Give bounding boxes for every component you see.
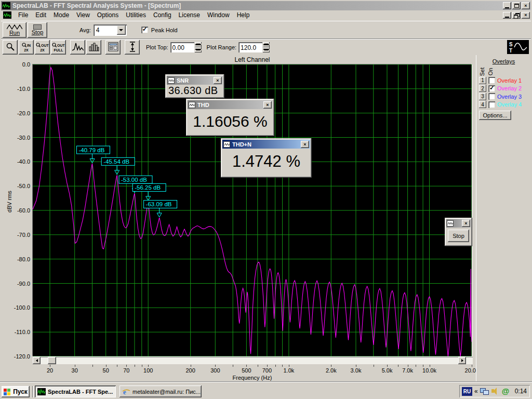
y-tick-label: -90.0 — [8, 281, 30, 287]
x-tick-mark — [246, 365, 247, 367]
zoom-in-2x-button[interactable]: IN2X — [19, 40, 34, 55]
transport-toolbar: Run Stop Avg: 4 Peak Hold — [1, 21, 531, 38]
x-tick-label: 1.0k — [277, 367, 300, 374]
peak-hold-label: Peak Hold — [151, 27, 178, 33]
x-tick-mark — [398, 365, 398, 367]
snr-window: SNR × 36.630 dB — [165, 74, 224, 98]
overlay-on-checkbox-1[interactable] — [488, 77, 495, 84]
network-icon[interactable] — [480, 387, 489, 395]
zoom-tool-button[interactable] — [3, 40, 18, 55]
svg-text:-53.00 dB: -53.00 dB — [121, 177, 147, 183]
thdn-titlebar[interactable]: THD+N × — [222, 140, 310, 149]
close-button[interactable]: × — [522, 2, 530, 9]
stop-capture-button[interactable]: Stop — [448, 230, 469, 242]
thdn-value: 1.4742 % — [222, 149, 310, 175]
scroll-track[interactable] — [41, 357, 473, 364]
avg-dropdown-button[interactable] — [117, 25, 126, 35]
x-tick-label: 100 — [137, 367, 159, 374]
scroll-thumb[interactable] — [48, 357, 56, 364]
start-button[interactable]: Пуск — [2, 386, 30, 397]
svg-text:e: e — [123, 388, 126, 395]
scroll-left-button[interactable] — [33, 357, 41, 364]
autoscale-vertical-button[interactable] — [125, 40, 140, 55]
overlay-set-button-4[interactable]: 4 — [479, 101, 486, 108]
overlays-title: Overlays — [476, 58, 531, 64]
x-tick-label: 500 — [235, 367, 258, 374]
snr-titlebar[interactable]: SNR × — [167, 76, 223, 85]
scroll-right-button[interactable] — [458, 357, 466, 364]
plot-top-spinner[interactable] — [195, 42, 202, 52]
zoom-tool-icon — [6, 42, 15, 52]
display-options-button[interactable] — [105, 40, 121, 55]
magnifier-icon — [36, 42, 41, 48]
spectrum-child-icon[interactable] — [3, 11, 11, 19]
menu-item-config[interactable]: Config — [150, 10, 175, 20]
x-tick-mark — [142, 365, 142, 367]
menu-item-window[interactable]: Window — [204, 10, 233, 20]
x-tick-mark — [423, 365, 423, 367]
y-tick-label: -10.0 — [8, 86, 30, 92]
svg-text:-40.79 dB: -40.79 dB — [79, 147, 105, 153]
overlay-on-checkbox-3[interactable] — [488, 93, 495, 100]
stop-window-close-button[interactable]: × — [462, 220, 470, 227]
avg-combobox[interactable]: 4 — [94, 24, 127, 36]
x-tick-label: 2.0k — [320, 367, 342, 374]
peak-hold-checkbox[interactable] — [141, 26, 148, 33]
menu-item-utilities[interactable]: Utilities — [122, 10, 150, 20]
child-minimize-button[interactable] — [503, 12, 511, 19]
thd-titlebar[interactable]: THD × — [188, 100, 273, 109]
x-tick-label: 20 — [38, 367, 61, 374]
run-button[interactable]: Run — [3, 22, 26, 38]
child-close-button[interactable]: × — [522, 12, 530, 19]
dialup-at-icon[interactable]: @ — [502, 387, 511, 395]
snr-value: 36.630 dB — [167, 85, 223, 97]
plot-range-spinner[interactable] — [263, 42, 270, 52]
overlay-set-button-2[interactable]: 2 — [479, 85, 486, 92]
language-indicator[interactable]: RU — [462, 387, 472, 396]
minimize-button[interactable] — [503, 2, 511, 9]
plot-horizontal-scrollbar[interactable] — [33, 357, 473, 364]
zoom-out-full-button[interactable]: OUTFULL — [51, 40, 66, 55]
overlay-set-button-1[interactable]: 1 — [479, 77, 486, 84]
internet-explorer-icon: e — [122, 388, 130, 395]
menu-item-file[interactable]: File — [15, 10, 32, 20]
bar-view-button[interactable] — [86, 40, 101, 55]
thd-window: THD × 1.16056 % — [186, 99, 274, 136]
taskbar-task-2[interactable]: emetaleater@mail.ru: Пис... — [119, 385, 202, 397]
overlay-row-4: 4Overlay 4 — [479, 101, 522, 109]
menu-item-view[interactable]: View — [73, 10, 94, 20]
x-tick-mark — [50, 365, 50, 367]
task-label: SpectraLAB - FFT Spe... — [48, 389, 113, 395]
title-bar: SpectraLAB - FFT Spectral Analysis Syste… — [1, 1, 531, 10]
tray-chevron[interactable]: « — [474, 388, 478, 395]
snr-close-button[interactable]: × — [214, 77, 222, 84]
wave-mini-icon — [223, 141, 230, 148]
thd-title: THD — [197, 102, 262, 108]
maximize-button[interactable] — [512, 2, 521, 9]
overlay-set-button-3[interactable]: 3 — [479, 93, 486, 100]
spectrum-view-button[interactable] — [70, 40, 85, 55]
x-tick-label: 3.0k — [344, 367, 367, 374]
taskbar-task-1[interactable]: SpectraLAB - FFT Spe... — [35, 385, 116, 397]
x-tick-label: 700 — [256, 367, 278, 374]
signal-generator-icon[interactable]: S T — [507, 40, 529, 54]
stop-window-titlebar[interactable]: × — [446, 219, 471, 228]
menu-item-license[interactable]: License — [175, 10, 204, 20]
menu-item-options[interactable]: Options — [94, 10, 122, 20]
menu-item-edit[interactable]: Edit — [32, 10, 50, 20]
overlay-on-checkbox-4[interactable] — [488, 101, 495, 108]
plot-range-field[interactable]: 120.0 — [238, 42, 262, 52]
thdn-close-button[interactable]: × — [301, 141, 309, 148]
zoom-out-2x-button[interactable]: OUT2X — [35, 40, 50, 55]
thd-close-button[interactable]: × — [263, 101, 272, 109]
overlay-on-checkbox-2[interactable] — [488, 85, 495, 92]
plot-top-field[interactable]: 0.00 — [170, 42, 194, 52]
x-tick-mark — [289, 365, 289, 367]
stop-button[interactable]: Stop — [28, 22, 47, 38]
menu-item-help[interactable]: Help — [233, 10, 254, 20]
child-restore-button[interactable] — [512, 12, 521, 19]
x-tick-mark — [135, 365, 135, 367]
overlays-options-button[interactable]: Options... — [479, 111, 511, 120]
menu-item-mode[interactable]: Mode — [50, 10, 73, 20]
speaker-icon[interactable] — [491, 387, 500, 395]
